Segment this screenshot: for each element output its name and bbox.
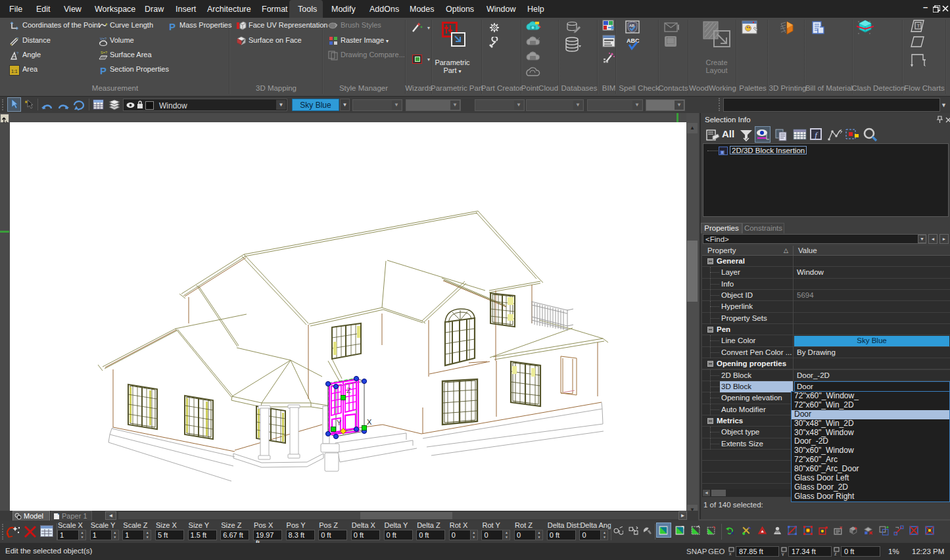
svg-text:X: X <box>367 418 372 426</box>
svg-text:Y: Y <box>337 419 342 427</box>
svg-text:?: ? <box>16 51 19 55</box>
svg-text:z: z <box>834 551 837 556</box>
svg-text:V=?: V=? <box>100 37 107 41</box>
svg-text:T: T <box>917 23 920 29</box>
svg-text:y: y <box>782 551 784 556</box>
svg-text:S=?: S=? <box>101 51 107 55</box>
svg-text:?: ? <box>16 37 19 41</box>
svg-text:ABC: ABC <box>627 37 640 44</box>
svg-text:x: x <box>729 551 732 556</box>
svg-text:P: P <box>100 65 107 76</box>
svg-text:P: P <box>169 21 176 32</box>
svg-text:Z: Z <box>346 386 351 394</box>
